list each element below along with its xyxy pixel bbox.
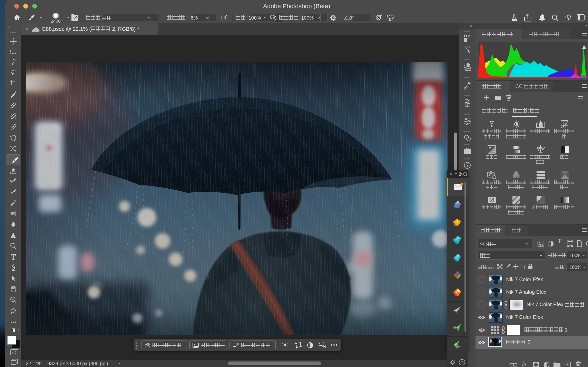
svg-text:?: ? <box>461 360 463 365</box>
